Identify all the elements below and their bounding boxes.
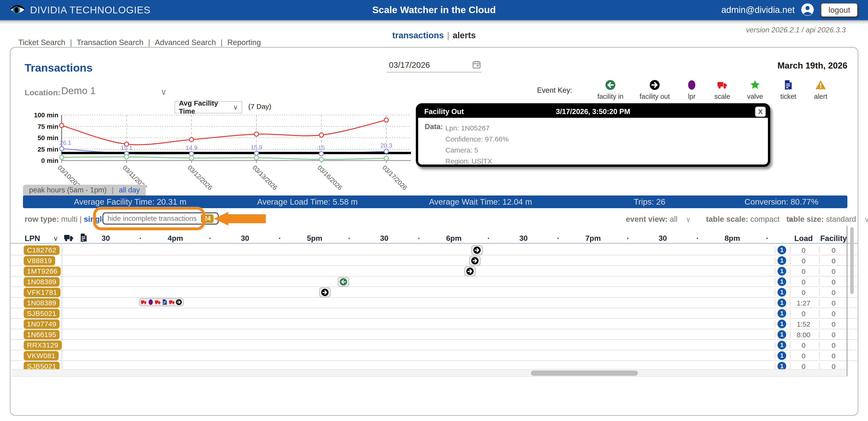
event-timeline (62, 298, 773, 308)
lpn-badge[interactable]: VKW081 (24, 351, 59, 361)
trip-count-badge: 1 (777, 299, 786, 307)
vertical-scrollbar-thumb[interactable] (850, 227, 854, 294)
lpn-badge[interactable]: 1N08389 (24, 277, 60, 286)
facility-in-icon[interactable] (339, 278, 347, 286)
lpr-icon (686, 87, 697, 91)
table-scale-dropdown[interactable]: table scale: compact ∨ (706, 215, 793, 224)
lpn-column-header: LPN (25, 234, 40, 243)
nav-link-ticket-search[interactable]: Ticket Search (18, 38, 65, 47)
svg-text:03/17/2026: 03/17/2026 (381, 164, 409, 191)
version-text: version 2026.2.1 / api 2026.3.3 (746, 26, 846, 34)
table-row: VFK1781100 (10, 287, 858, 298)
table-row: C182762100 (10, 245, 858, 255)
event-marker[interactable] (471, 245, 483, 255)
top-header: DIVIDIA TECHNOLOGIES Scale Watcher in th… (0, 0, 868, 21)
ticket-icon (783, 87, 794, 91)
facility-out-icon[interactable] (321, 288, 329, 297)
calendar-icon[interactable] (472, 60, 481, 70)
lpn-badge[interactable]: 1N07749 (24, 319, 60, 329)
lpn-badge[interactable]: SJB5021 (24, 309, 60, 318)
scale-icon[interactable] (141, 299, 147, 305)
lpn-badge[interactable]: SJB5021 (24, 362, 60, 369)
hide-incomplete-label: hide incomplete transactions (107, 215, 197, 222)
logout-button[interactable]: logout (820, 3, 858, 17)
table-size-dropdown[interactable]: table size: standard ∨ (786, 215, 868, 224)
column-divider (775, 310, 775, 317)
tab-transactions[interactable]: transactions (392, 30, 444, 40)
nav-link-advanced-search[interactable]: Advanced Search (155, 38, 216, 47)
facility-value: 0 (819, 246, 847, 254)
lpn-badge[interactable]: 1MT9266 (24, 266, 61, 276)
facility-out-icon[interactable] (471, 257, 479, 265)
svg-text:15.1: 15.1 (121, 144, 133, 151)
facility-value: 0 (819, 320, 847, 328)
column-divider (775, 246, 775, 254)
facility-column-header: Facility (819, 234, 847, 243)
chevron-down-icon[interactable]: ∨ (53, 234, 58, 243)
nav-link-transaction-search[interactable]: Transaction Search (76, 38, 144, 47)
event-marker[interactable] (464, 266, 475, 276)
scale-icon[interactable] (154, 299, 161, 305)
lpn-badge[interactable]: 1N08389 (24, 298, 60, 308)
hide-incomplete-button[interactable]: hide incomplete transactions 24 (102, 213, 219, 225)
avatar-icon[interactable] (801, 3, 814, 17)
event-marker[interactable] (469, 256, 480, 265)
table-size-label: table size: (786, 215, 824, 223)
truck-icon (64, 232, 74, 244)
column-divider (775, 352, 775, 359)
facility-value: 0 (819, 341, 847, 349)
close-icon[interactable]: X (755, 106, 766, 117)
event-marker[interactable] (338, 277, 349, 287)
trip-count-badge: 1 (777, 288, 786, 297)
svg-text:100 min: 100 min (34, 111, 58, 119)
trip-count-badge: 1 (777, 309, 786, 318)
svg-text:20.3: 20.3 (380, 142, 393, 149)
popup-data-lines: Lpn: 1N05267Confidence: 97.66%Camera: 5R… (445, 122, 509, 167)
row-type-multi[interactable]: multi (61, 215, 78, 223)
eye-logo-icon (10, 4, 25, 16)
horizontal-scrollbar-thumb[interactable] (531, 370, 638, 376)
nav-link-reporting[interactable]: Reporting (227, 38, 261, 47)
date-picker-value[interactable]: 03/17/2026 (386, 60, 472, 70)
column-divider (775, 268, 775, 275)
chevron-down-icon[interactable]: ∨ (858, 216, 868, 223)
time-column-header: 8pm (724, 234, 740, 243)
lpn-badge[interactable]: V88819 (24, 256, 55, 265)
all-day-link[interactable]: all day (119, 186, 140, 194)
ticket-icon[interactable] (161, 299, 168, 305)
chevron-down-icon[interactable]: ∨ (161, 87, 167, 97)
location-select[interactable]: Demo 1 (61, 85, 96, 96)
lpn-badge[interactable]: 1N66195 (24, 330, 60, 339)
lpr-icon[interactable] (148, 299, 154, 305)
trip-count-badge: 1 (777, 267, 786, 276)
chevron-down-icon[interactable]: ∨ (680, 216, 691, 223)
facility-out-icon[interactable] (176, 299, 182, 305)
horizontal-scrollbar[interactable] (12, 369, 846, 377)
svg-text:03/13/2026: 03/13/2026 (251, 164, 279, 191)
chart-period-label: (7 Day) (248, 103, 271, 111)
date-picker-input[interactable]: 03/17/2026 (386, 58, 481, 73)
event-key-item-valve: valve (736, 80, 774, 101)
event-key-label: Event Key: (537, 86, 572, 94)
stat-4: Conversion: 80.77% (715, 197, 847, 206)
lpn-badge[interactable]: VFK1781 (24, 288, 60, 297)
facility-value: 0 (819, 352, 847, 360)
event-marker[interactable] (139, 298, 184, 306)
facility-out-icon[interactable] (466, 267, 474, 275)
lpn-badge[interactable]: RRX3129 (24, 340, 62, 350)
stat-2: Average Wait Time: 12.04 m (377, 197, 583, 206)
facility-out-icon[interactable] (473, 246, 481, 254)
event-marker[interactable] (319, 287, 331, 297)
lpn-badge[interactable]: C182762 (24, 246, 60, 255)
tab-alerts[interactable]: alerts (453, 30, 476, 40)
time-tick-dot: · (766, 234, 768, 243)
event-timeline (62, 255, 773, 266)
table-row: VKW081100 (10, 350, 858, 361)
scale-icon[interactable] (168, 299, 175, 305)
facility-out-icon (649, 87, 660, 91)
load-value: 0 (789, 341, 817, 349)
load-value: 0 (789, 246, 817, 254)
row-type-separator: | (80, 215, 84, 223)
event-key-item-facility-in: facility in (592, 80, 629, 101)
event-view-dropdown[interactable]: event view: all ∨ (626, 215, 691, 224)
